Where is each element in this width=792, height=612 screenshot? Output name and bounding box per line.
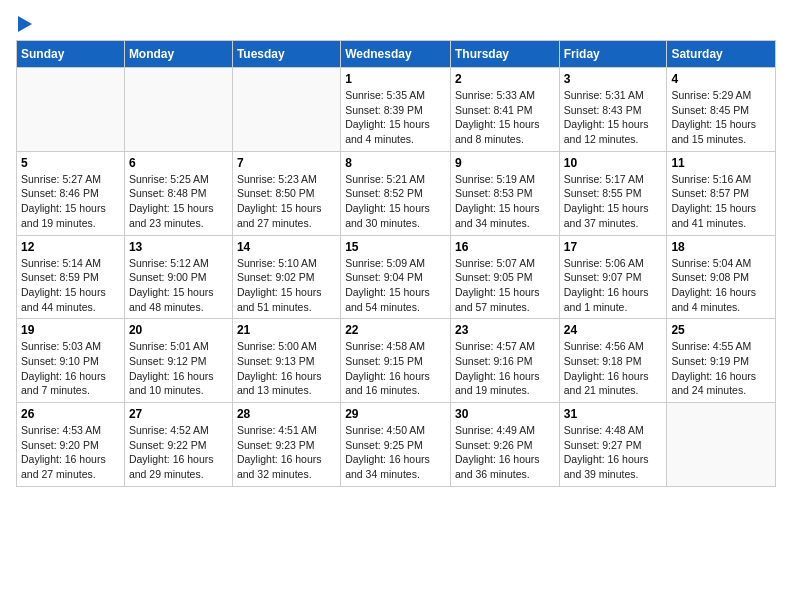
calendar-cell: 28Sunrise: 4:51 AMSunset: 9:23 PMDayligh… [232, 403, 340, 487]
day-info: Sunrise: 5:16 AMSunset: 8:57 PMDaylight:… [671, 172, 771, 231]
day-info: Sunrise: 4:52 AMSunset: 9:22 PMDaylight:… [129, 423, 228, 482]
calendar-cell: 27Sunrise: 4:52 AMSunset: 9:22 PMDayligh… [124, 403, 232, 487]
calendar-cell: 8Sunrise: 5:21 AMSunset: 8:52 PMDaylight… [341, 151, 451, 235]
day-number: 18 [671, 240, 771, 254]
page-header [16, 16, 776, 32]
calendar-cell: 26Sunrise: 4:53 AMSunset: 9:20 PMDayligh… [17, 403, 125, 487]
calendar-cell: 25Sunrise: 4:55 AMSunset: 9:19 PMDayligh… [667, 319, 776, 403]
day-number: 31 [564, 407, 663, 421]
day-number: 1 [345, 72, 446, 86]
calendar-cell: 31Sunrise: 4:48 AMSunset: 9:27 PMDayligh… [559, 403, 667, 487]
day-number: 10 [564, 156, 663, 170]
calendar-week-row: 5Sunrise: 5:27 AMSunset: 8:46 PMDaylight… [17, 151, 776, 235]
day-number: 28 [237, 407, 336, 421]
day-info: Sunrise: 5:21 AMSunset: 8:52 PMDaylight:… [345, 172, 446, 231]
day-info: Sunrise: 5:03 AMSunset: 9:10 PMDaylight:… [21, 339, 120, 398]
day-number: 11 [671, 156, 771, 170]
calendar-cell: 29Sunrise: 4:50 AMSunset: 9:25 PMDayligh… [341, 403, 451, 487]
weekday-header: Saturday [667, 41, 776, 68]
day-info: Sunrise: 4:49 AMSunset: 9:26 PMDaylight:… [455, 423, 555, 482]
calendar-cell: 10Sunrise: 5:17 AMSunset: 8:55 PMDayligh… [559, 151, 667, 235]
calendar-cell: 20Sunrise: 5:01 AMSunset: 9:12 PMDayligh… [124, 319, 232, 403]
calendar-week-row: 12Sunrise: 5:14 AMSunset: 8:59 PMDayligh… [17, 235, 776, 319]
day-number: 5 [21, 156, 120, 170]
day-info: Sunrise: 5:19 AMSunset: 8:53 PMDaylight:… [455, 172, 555, 231]
weekday-header: Friday [559, 41, 667, 68]
day-info: Sunrise: 4:51 AMSunset: 9:23 PMDaylight:… [237, 423, 336, 482]
calendar-cell: 17Sunrise: 5:06 AMSunset: 9:07 PMDayligh… [559, 235, 667, 319]
calendar-cell: 11Sunrise: 5:16 AMSunset: 8:57 PMDayligh… [667, 151, 776, 235]
calendar-cell: 15Sunrise: 5:09 AMSunset: 9:04 PMDayligh… [341, 235, 451, 319]
weekday-header: Wednesday [341, 41, 451, 68]
weekday-header: Monday [124, 41, 232, 68]
day-number: 27 [129, 407, 228, 421]
calendar-cell: 14Sunrise: 5:10 AMSunset: 9:02 PMDayligh… [232, 235, 340, 319]
day-info: Sunrise: 5:06 AMSunset: 9:07 PMDaylight:… [564, 256, 663, 315]
calendar-cell: 16Sunrise: 5:07 AMSunset: 9:05 PMDayligh… [450, 235, 559, 319]
calendar-cell: 22Sunrise: 4:58 AMSunset: 9:15 PMDayligh… [341, 319, 451, 403]
calendar-cell: 7Sunrise: 5:23 AMSunset: 8:50 PMDaylight… [232, 151, 340, 235]
day-number: 2 [455, 72, 555, 86]
calendar-cell: 12Sunrise: 5:14 AMSunset: 8:59 PMDayligh… [17, 235, 125, 319]
calendar-cell: 9Sunrise: 5:19 AMSunset: 8:53 PMDaylight… [450, 151, 559, 235]
day-info: Sunrise: 4:55 AMSunset: 9:19 PMDaylight:… [671, 339, 771, 398]
day-number: 7 [237, 156, 336, 170]
calendar-week-row: 1Sunrise: 5:35 AMSunset: 8:39 PMDaylight… [17, 68, 776, 152]
day-number: 22 [345, 323, 446, 337]
day-number: 17 [564, 240, 663, 254]
day-info: Sunrise: 5:35 AMSunset: 8:39 PMDaylight:… [345, 88, 446, 147]
day-info: Sunrise: 5:23 AMSunset: 8:50 PMDaylight:… [237, 172, 336, 231]
day-number: 15 [345, 240, 446, 254]
logo [16, 16, 32, 32]
day-number: 20 [129, 323, 228, 337]
day-info: Sunrise: 4:50 AMSunset: 9:25 PMDaylight:… [345, 423, 446, 482]
calendar-cell [667, 403, 776, 487]
day-info: Sunrise: 5:17 AMSunset: 8:55 PMDaylight:… [564, 172, 663, 231]
day-number: 23 [455, 323, 555, 337]
weekday-header: Sunday [17, 41, 125, 68]
day-number: 21 [237, 323, 336, 337]
calendar-header-row: SundayMondayTuesdayWednesdayThursdayFrid… [17, 41, 776, 68]
day-number: 24 [564, 323, 663, 337]
calendar-cell: 24Sunrise: 4:56 AMSunset: 9:18 PMDayligh… [559, 319, 667, 403]
calendar-cell: 13Sunrise: 5:12 AMSunset: 9:00 PMDayligh… [124, 235, 232, 319]
day-info: Sunrise: 5:07 AMSunset: 9:05 PMDaylight:… [455, 256, 555, 315]
day-number: 6 [129, 156, 228, 170]
day-info: Sunrise: 5:09 AMSunset: 9:04 PMDaylight:… [345, 256, 446, 315]
day-number: 26 [21, 407, 120, 421]
calendar-week-row: 19Sunrise: 5:03 AMSunset: 9:10 PMDayligh… [17, 319, 776, 403]
weekday-header: Tuesday [232, 41, 340, 68]
day-number: 8 [345, 156, 446, 170]
day-number: 19 [21, 323, 120, 337]
day-info: Sunrise: 5:33 AMSunset: 8:41 PMDaylight:… [455, 88, 555, 147]
day-number: 13 [129, 240, 228, 254]
day-info: Sunrise: 5:31 AMSunset: 8:43 PMDaylight:… [564, 88, 663, 147]
calendar-cell: 21Sunrise: 5:00 AMSunset: 9:13 PMDayligh… [232, 319, 340, 403]
logo-arrow-icon [18, 16, 32, 32]
calendar-cell: 30Sunrise: 4:49 AMSunset: 9:26 PMDayligh… [450, 403, 559, 487]
day-info: Sunrise: 4:56 AMSunset: 9:18 PMDaylight:… [564, 339, 663, 398]
day-info: Sunrise: 4:48 AMSunset: 9:27 PMDaylight:… [564, 423, 663, 482]
day-number: 16 [455, 240, 555, 254]
calendar-table: SundayMondayTuesdayWednesdayThursdayFrid… [16, 40, 776, 487]
day-info: Sunrise: 4:53 AMSunset: 9:20 PMDaylight:… [21, 423, 120, 482]
day-info: Sunrise: 5:00 AMSunset: 9:13 PMDaylight:… [237, 339, 336, 398]
day-info: Sunrise: 5:01 AMSunset: 9:12 PMDaylight:… [129, 339, 228, 398]
calendar-cell: 18Sunrise: 5:04 AMSunset: 9:08 PMDayligh… [667, 235, 776, 319]
calendar-week-row: 26Sunrise: 4:53 AMSunset: 9:20 PMDayligh… [17, 403, 776, 487]
day-info: Sunrise: 4:58 AMSunset: 9:15 PMDaylight:… [345, 339, 446, 398]
day-info: Sunrise: 5:14 AMSunset: 8:59 PMDaylight:… [21, 256, 120, 315]
calendar-cell: 2Sunrise: 5:33 AMSunset: 8:41 PMDaylight… [450, 68, 559, 152]
day-number: 30 [455, 407, 555, 421]
day-number: 4 [671, 72, 771, 86]
calendar-cell: 4Sunrise: 5:29 AMSunset: 8:45 PMDaylight… [667, 68, 776, 152]
calendar-cell [124, 68, 232, 152]
day-info: Sunrise: 5:27 AMSunset: 8:46 PMDaylight:… [21, 172, 120, 231]
calendar-cell: 23Sunrise: 4:57 AMSunset: 9:16 PMDayligh… [450, 319, 559, 403]
calendar-cell [17, 68, 125, 152]
day-number: 25 [671, 323, 771, 337]
day-number: 12 [21, 240, 120, 254]
calendar-cell [232, 68, 340, 152]
calendar-cell: 3Sunrise: 5:31 AMSunset: 8:43 PMDaylight… [559, 68, 667, 152]
day-number: 14 [237, 240, 336, 254]
